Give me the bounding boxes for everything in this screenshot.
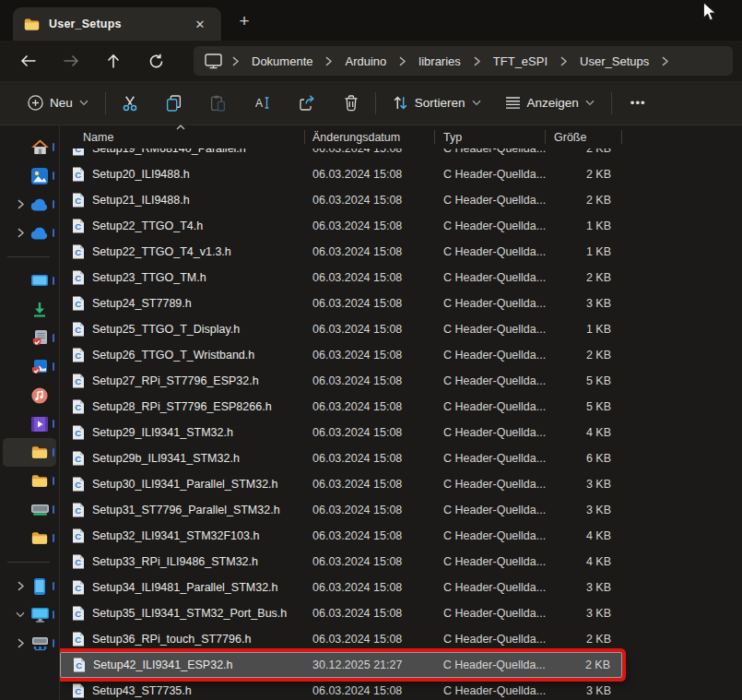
- table-row[interactable]: C Setup35_ILI9341_STM32_Port_Bus.h 06.03…: [60, 600, 622, 626]
- file-date: 06.03.2024 15:08: [305, 555, 435, 568]
- copy-button[interactable]: [158, 88, 191, 119]
- table-row[interactable]: C Setup27_RPi_ST7796_ESP32.h 06.03.2024 …: [60, 368, 622, 394]
- c-header-file-icon: C: [72, 348, 85, 362]
- file-date: 06.03.2024 15:08: [305, 478, 435, 491]
- breadcrumb-item[interactable]: User_Setups: [571, 52, 657, 71]
- sidebar-item-desktop[interactable]: [3, 267, 56, 295]
- sidebar-item-network[interactable]: [3, 629, 56, 658]
- breadcrumb-item[interactable]: libraries: [410, 52, 469, 71]
- c-header-file-icon: C: [72, 193, 85, 208]
- file-name: Setup28_RPi_ST7796_ESP8266.h: [92, 400, 272, 413]
- sidebar-item-onedrive-1[interactable]: [3, 190, 56, 219]
- file-type: C Header-Quellda...: [435, 529, 546, 542]
- file-name: Setup23_TTGO_TM.h: [92, 271, 206, 284]
- svg-text:C: C: [75, 480, 81, 490]
- folder-icon: [30, 529, 49, 548]
- sidebar-item-videos[interactable]: [3, 409, 56, 438]
- titlebar: User_Setups ✕ +: [0, 0, 742, 41]
- sidebar-item-local-disk[interactable]: [3, 495, 56, 524]
- sidebar-item-user-setups-folder[interactable]: [3, 438, 56, 467]
- pin-indicator: [53, 334, 54, 342]
- file-date: 06.03.2024 15:08: [305, 349, 435, 362]
- pin-indicator: [53, 448, 54, 457]
- delete-button[interactable]: [335, 88, 368, 119]
- sidebar-item-pictures[interactable]: [3, 352, 56, 381]
- table-row[interactable]: C Setup22_TTGO_T4_v1.3.h 06.03.2024 15:0…: [60, 239, 622, 265]
- table-row[interactable]: C Setup22_TTGO_T4.h 06.03.2024 15:08 C H…: [60, 213, 622, 239]
- sort-button[interactable]: Sortieren: [383, 89, 490, 116]
- file-type: C Header-Quellda...: [435, 504, 546, 516]
- breadcrumb-item[interactable]: Arduino: [336, 52, 395, 71]
- table-row[interactable]: C Setup28_RPi_ST7796_ESP8266.h 06.03.202…: [60, 394, 622, 420]
- table-row[interactable]: C Setup19_RM68140_Parallel.h 06.03.2024 …: [60, 148, 622, 161]
- chevron-right-icon[interactable]: [10, 636, 30, 651]
- chevron-right-icon[interactable]: [10, 197, 30, 212]
- rename-button[interactable]: A: [246, 88, 279, 119]
- address-bar[interactable]: DokumenteArduinolibrariesTFT_eSPIUser_Se…: [194, 46, 733, 76]
- chevron-right-icon[interactable]: [10, 226, 30, 241]
- file-size: 1 KB: [546, 323, 622, 336]
- sidebar-item-gallery[interactable]: [3, 161, 56, 190]
- table-row[interactable]: C Setup25_TTGO_T_Display.h 06.03.2024 15…: [60, 316, 622, 342]
- c-header-file-icon: C: [72, 148, 85, 156]
- tab-close-button[interactable]: ✕: [190, 14, 210, 34]
- table-row[interactable]: C Setup26_TTGO_T_Wristband.h 06.03.2024 …: [60, 342, 622, 368]
- column-header-name[interactable]: Name: [60, 125, 305, 148]
- cut-button[interactable]: [113, 88, 147, 119]
- table-row[interactable]: C Setup32_ILI9341_STM32F103.h 06.03.2024…: [60, 523, 622, 549]
- view-button[interactable]: Anzeigen: [496, 90, 604, 115]
- file-name-cell: C Setup29_ILI9341_STM32.h: [60, 425, 305, 440]
- table-row[interactable]: C Setup20_ILI9488.h 06.03.2024 15:08 C H…: [60, 161, 622, 187]
- chevron-right-icon: [556, 56, 571, 66]
- svg-text:C: C: [75, 635, 81, 645]
- explorer-tab[interactable]: User_Setups ✕: [13, 7, 221, 41]
- file-size: 3 KB: [546, 504, 622, 516]
- sidebar-item-music[interactable]: [3, 381, 56, 409]
- sidebar-item-home[interactable]: [3, 133, 56, 161]
- table-row[interactable]: C Setup34_ILI9481_Parallel_STM32.h 06.03…: [60, 575, 622, 600]
- file-name: Setup29_ILI9341_STM32.h: [92, 426, 233, 439]
- share-button[interactable]: [290, 88, 324, 119]
- column-header-date[interactable]: Änderungsdatum: [305, 125, 435, 148]
- pin-indicator: [53, 582, 54, 590]
- file-name: Setup36_RPi_touch_ST7796.h: [92, 633, 251, 646]
- table-row[interactable]: C Setup29_ILI9341_STM32.h 06.03.2024 15:…: [60, 420, 622, 445]
- table-row[interactable]: C Setup36_RPi_touch_ST7796.h 06.03.2024 …: [60, 626, 622, 652]
- new-tab-button[interactable]: +: [232, 9, 256, 33]
- sidebar-item-documents[interactable]: [3, 324, 56, 352]
- refresh-button[interactable]: [144, 49, 168, 73]
- more-options-button[interactable]: •••: [619, 89, 657, 117]
- downloads-icon: [30, 301, 49, 319]
- table-row[interactable]: C Setup43_ST7735.h 06.03.2024 15:08 C He…: [60, 678, 622, 700]
- sidebar-item-folder-2[interactable]: [3, 467, 56, 495]
- file-size: 3 KB: [546, 297, 622, 310]
- table-row[interactable]: C Setup29b_ILI9341_STM32.h 06.03.2024 15…: [60, 445, 622, 471]
- table-row[interactable]: C Setup23_TTGO_TM.h 06.03.2024 15:08 C H…: [60, 265, 622, 291]
- forward-button[interactable]: [59, 49, 83, 73]
- table-row[interactable]: C Setup31_ST7796_Parallel_STM32.h 06.03.…: [60, 497, 622, 523]
- sidebar-item-onedrive-2[interactable]: [3, 219, 56, 247]
- table-row[interactable]: C Setup33_RPi_ILI9486_STM32.h 06.03.2024…: [60, 549, 622, 575]
- chevron-down-icon[interactable]: [10, 608, 30, 623]
- table-row-selected[interactable]: C Setup42_ILI9341_ESP32.h 30.12.2025 21:…: [60, 652, 622, 678]
- sidebar-item-folder-3[interactable]: [3, 524, 56, 552]
- breadcrumb-item[interactable]: Dokumente: [243, 52, 321, 71]
- c-header-file-icon: C: [72, 374, 85, 388]
- column-header-size[interactable]: Größe: [546, 125, 622, 148]
- chevron-right-icon[interactable]: [10, 579, 30, 594]
- table-row[interactable]: C Setup30_ILI9341_Parallel_STM32.h 06.03…: [60, 471, 622, 497]
- new-button[interactable]: Neu: [18, 89, 98, 116]
- sidebar-item-this-pc[interactable]: [3, 600, 56, 629]
- column-header-type[interactable]: Typ: [435, 125, 546, 148]
- up-button[interactable]: [101, 49, 125, 73]
- breadcrumb-item[interactable]: TFT_eSPI: [485, 52, 556, 71]
- file-type: C Header-Quellda...: [435, 426, 546, 439]
- table-row[interactable]: C Setup24_ST7789.h 06.03.2024 15:08 C He…: [60, 291, 622, 316]
- back-button[interactable]: [17, 49, 41, 73]
- sidebar-item-phone[interactable]: [3, 572, 56, 600]
- file-date: 06.03.2024 15:08: [305, 684, 435, 697]
- file-date: 06.03.2024 15:08: [305, 271, 435, 284]
- table-row[interactable]: C Setup21_ILI9488.h 06.03.2024 15:08 C H…: [60, 187, 622, 213]
- sidebar-item-downloads[interactable]: [3, 295, 56, 324]
- paste-button[interactable]: [202, 88, 235, 119]
